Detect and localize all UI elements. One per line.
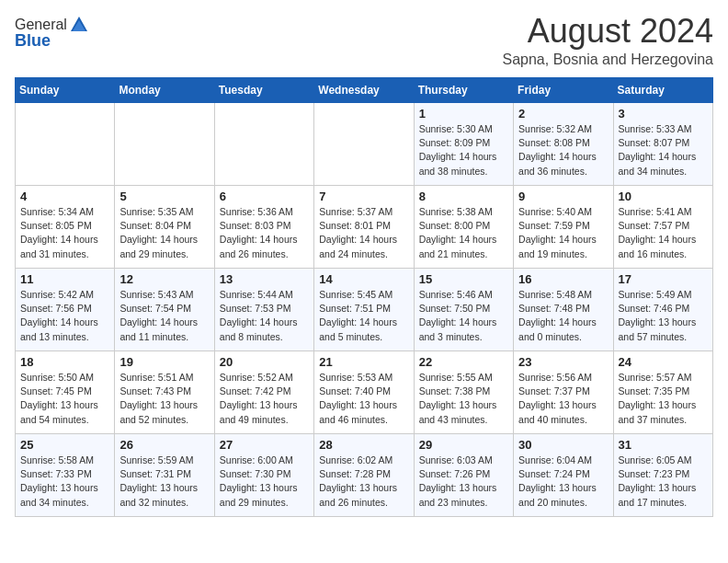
day-number: 13 [220, 272, 309, 286]
calendar-day-cell: 8Sunrise: 5:38 AM Sunset: 8:00 PM Daylig… [414, 186, 513, 269]
weekday-header-row: SundayMondayTuesdayWednesdayThursdayFrid… [16, 78, 713, 103]
day-info: Sunrise: 5:42 AM Sunset: 7:56 PM Dayligh… [20, 288, 109, 344]
calendar-day-cell: 16Sunrise: 5:48 AM Sunset: 7:48 PM Dayli… [514, 269, 613, 351]
calendar-day-cell: 19Sunrise: 5:51 AM Sunset: 7:43 PM Dayli… [115, 351, 214, 434]
logo: General Blue [15, 15, 89, 51]
calendar-day-cell: 10Sunrise: 5:41 AM Sunset: 7:57 PM Dayli… [613, 186, 712, 269]
weekday-header-friday: Friday [514, 78, 613, 103]
day-info: Sunrise: 5:43 AM Sunset: 7:54 PM Dayligh… [119, 288, 209, 344]
day-info: Sunrise: 5:35 AM Sunset: 8:04 PM Dayligh… [119, 205, 209, 261]
calendar-day-cell: 22Sunrise: 5:55 AM Sunset: 7:38 PM Dayli… [414, 351, 513, 434]
day-info: Sunrise: 5:37 AM Sunset: 8:01 PM Dayligh… [319, 205, 408, 261]
day-info: Sunrise: 5:58 AM Sunset: 7:33 PM Dayligh… [20, 454, 109, 510]
day-info: Sunrise: 5:41 AM Sunset: 7:57 PM Dayligh… [619, 205, 708, 261]
calendar-week-row: 18Sunrise: 5:50 AM Sunset: 7:45 PM Dayli… [16, 351, 713, 434]
calendar-day-cell: 25Sunrise: 5:58 AM Sunset: 7:33 PM Dayli… [16, 434, 115, 517]
day-info: Sunrise: 5:45 AM Sunset: 7:51 PM Dayligh… [319, 288, 408, 344]
day-number: 30 [518, 438, 608, 452]
calendar-week-row: 11Sunrise: 5:42 AM Sunset: 7:56 PM Dayli… [16, 269, 713, 351]
day-number: 20 [220, 355, 309, 369]
weekday-header-wednesday: Wednesday [314, 78, 414, 103]
day-info: Sunrise: 5:51 AM Sunset: 7:43 PM Dayligh… [119, 371, 209, 427]
calendar-day-cell: 23Sunrise: 5:56 AM Sunset: 7:37 PM Dayli… [514, 351, 613, 434]
calendar-day-cell [115, 103, 214, 186]
day-info: Sunrise: 5:33 AM Sunset: 8:07 PM Dayligh… [619, 122, 708, 178]
day-number: 27 [220, 438, 309, 452]
calendar-table: SundayMondayTuesdayWednesdayThursdayFrid… [15, 77, 713, 517]
calendar-day-cell: 20Sunrise: 5:52 AM Sunset: 7:42 PM Dayli… [214, 351, 313, 434]
weekday-header-thursday: Thursday [414, 78, 513, 103]
day-number: 7 [319, 190, 408, 203]
calendar-day-cell: 13Sunrise: 5:44 AM Sunset: 7:53 PM Dayli… [214, 269, 313, 351]
calendar-day-cell: 6Sunrise: 5:36 AM Sunset: 8:03 PM Daylig… [214, 186, 313, 269]
day-number: 8 [419, 190, 508, 203]
calendar-day-cell: 11Sunrise: 5:42 AM Sunset: 7:56 PM Dayli… [16, 269, 115, 351]
calendar-day-cell: 26Sunrise: 5:59 AM Sunset: 7:31 PM Dayli… [115, 434, 214, 517]
calendar-day-cell: 21Sunrise: 5:53 AM Sunset: 7:40 PM Dayli… [314, 351, 414, 434]
day-info: Sunrise: 5:50 AM Sunset: 7:45 PM Dayligh… [20, 371, 109, 427]
calendar-day-cell: 27Sunrise: 6:00 AM Sunset: 7:30 PM Dayli… [214, 434, 313, 517]
day-info: Sunrise: 5:52 AM Sunset: 7:42 PM Dayligh… [220, 371, 309, 427]
day-info: Sunrise: 5:34 AM Sunset: 8:05 PM Dayligh… [20, 205, 109, 261]
logo-icon [69, 15, 89, 35]
day-info: Sunrise: 5:36 AM Sunset: 8:03 PM Dayligh… [220, 205, 309, 261]
day-number: 18 [20, 355, 109, 369]
day-number: 11 [20, 272, 109, 286]
day-number: 2 [518, 107, 608, 121]
calendar-day-cell: 31Sunrise: 6:05 AM Sunset: 7:23 PM Dayli… [613, 434, 712, 517]
day-number: 29 [419, 438, 508, 452]
weekday-header-tuesday: Tuesday [214, 78, 313, 103]
day-info: Sunrise: 6:03 AM Sunset: 7:26 PM Dayligh… [419, 454, 508, 510]
day-number: 16 [518, 272, 608, 286]
calendar-day-cell [16, 103, 115, 186]
day-number: 1 [419, 107, 508, 121]
calendar-day-cell: 28Sunrise: 6:02 AM Sunset: 7:28 PM Dayli… [314, 434, 414, 517]
calendar-week-row: 25Sunrise: 5:58 AM Sunset: 7:33 PM Dayli… [16, 434, 713, 517]
day-info: Sunrise: 6:02 AM Sunset: 7:28 PM Dayligh… [319, 454, 408, 510]
day-info: Sunrise: 5:49 AM Sunset: 7:46 PM Dayligh… [619, 288, 708, 344]
day-number: 26 [119, 438, 209, 452]
weekday-header-monday: Monday [115, 78, 214, 103]
day-number: 23 [518, 355, 608, 369]
location-subtitle: Sapna, Bosnia and Herzegovina [503, 52, 714, 68]
calendar-day-cell: 5Sunrise: 5:35 AM Sunset: 8:04 PM Daylig… [115, 186, 214, 269]
day-number: 10 [619, 190, 708, 203]
day-info: Sunrise: 6:00 AM Sunset: 7:30 PM Dayligh… [220, 454, 309, 510]
day-number: 12 [119, 272, 209, 286]
logo-blue-text: Blue [15, 31, 51, 51]
calendar-day-cell: 2Sunrise: 5:32 AM Sunset: 8:08 PM Daylig… [514, 103, 613, 186]
calendar-day-cell: 9Sunrise: 5:40 AM Sunset: 7:59 PM Daylig… [514, 186, 613, 269]
day-number: 3 [619, 107, 708, 121]
calendar-day-cell: 3Sunrise: 5:33 AM Sunset: 8:07 PM Daylig… [613, 103, 712, 186]
calendar-week-row: 4Sunrise: 5:34 AM Sunset: 8:05 PM Daylig… [16, 186, 713, 269]
month-year-title: August 2024 [503, 15, 714, 48]
day-number: 28 [319, 438, 408, 452]
calendar-day-cell: 17Sunrise: 5:49 AM Sunset: 7:46 PM Dayli… [613, 269, 712, 351]
calendar-day-cell: 1Sunrise: 5:30 AM Sunset: 8:09 PM Daylig… [414, 103, 513, 186]
calendar-day-cell: 24Sunrise: 5:57 AM Sunset: 7:35 PM Dayli… [613, 351, 712, 434]
day-info: Sunrise: 5:57 AM Sunset: 7:35 PM Dayligh… [619, 371, 708, 427]
day-info: Sunrise: 5:44 AM Sunset: 7:53 PM Dayligh… [220, 288, 309, 344]
calendar-day-cell: 30Sunrise: 6:04 AM Sunset: 7:24 PM Dayli… [514, 434, 613, 517]
calendar-day-cell: 7Sunrise: 5:37 AM Sunset: 8:01 PM Daylig… [314, 186, 414, 269]
calendar-day-cell: 4Sunrise: 5:34 AM Sunset: 8:05 PM Daylig… [16, 186, 115, 269]
day-number: 19 [119, 355, 209, 369]
day-info: Sunrise: 5:32 AM Sunset: 8:08 PM Dayligh… [518, 122, 608, 178]
calendar-week-row: 1Sunrise: 5:30 AM Sunset: 8:09 PM Daylig… [16, 103, 713, 186]
calendar-day-cell: 12Sunrise: 5:43 AM Sunset: 7:54 PM Dayli… [115, 269, 214, 351]
calendar-day-cell: 15Sunrise: 5:46 AM Sunset: 7:50 PM Dayli… [414, 269, 513, 351]
day-number: 9 [518, 190, 608, 203]
day-info: Sunrise: 5:56 AM Sunset: 7:37 PM Dayligh… [518, 371, 608, 427]
day-number: 15 [419, 272, 508, 286]
day-info: Sunrise: 6:05 AM Sunset: 7:23 PM Dayligh… [619, 454, 708, 510]
day-number: 25 [20, 438, 109, 452]
day-number: 4 [20, 190, 109, 203]
day-info: Sunrise: 5:40 AM Sunset: 7:59 PM Dayligh… [518, 205, 608, 261]
calendar-day-cell [214, 103, 313, 186]
day-number: 22 [419, 355, 508, 369]
day-info: Sunrise: 5:55 AM Sunset: 7:38 PM Dayligh… [419, 371, 508, 427]
day-number: 5 [119, 190, 209, 203]
day-number: 21 [319, 355, 408, 369]
day-info: Sunrise: 5:38 AM Sunset: 8:00 PM Dayligh… [419, 205, 508, 261]
day-info: Sunrise: 5:59 AM Sunset: 7:31 PM Dayligh… [119, 454, 209, 510]
